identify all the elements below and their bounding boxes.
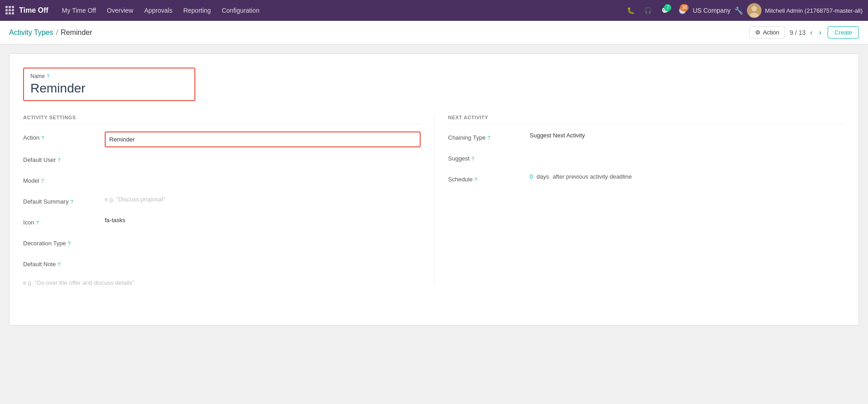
schedule-number[interactable]: 0 [530,173,533,180]
user-avatar[interactable] [747,3,761,18]
activity-settings-section: ACTIVITY SETTINGS Action ? Reminder Defa… [23,115,434,286]
model-row: Model ? [23,175,421,189]
action-field[interactable]: Reminder [105,131,421,147]
avatar-image [747,3,761,18]
name-value[interactable]: Reminder [30,81,188,96]
chaining-type-row: Chaining Type ? Suggest Next Activity [448,131,845,146]
default-summary-placeholder: e.g. "Discuss proposal" [105,194,165,204]
default-user-help-icon[interactable]: ? [58,157,60,163]
default-summary-label: Default Summary ? [23,195,105,205]
chaining-type-help-icon[interactable]: ? [487,135,490,141]
nav-links: My Time Off Overview Approvals Reporting… [58,5,624,16]
decoration-type-help-icon[interactable]: ? [68,241,70,246]
prev-page-button[interactable]: ‹ [808,28,814,38]
next-activity-title: NEXT ACTIVITY [448,115,845,124]
headset-icon-button[interactable]: 🎧 [641,4,655,17]
breadcrumb-bar: Activity Types / Reminder ⚙ Action 9 / 1… [0,21,868,44]
model-help-icon[interactable]: ? [41,178,44,184]
chaining-type-label: Chaining Type ? [448,131,530,141]
default-user-row: Default User ? [23,154,421,168]
pagination-count: 9 / 13 [790,29,805,36]
icon-label: Icon ? [23,216,105,226]
clock-badge: 38 [680,4,689,11]
decoration-type-label: Decoration Type ? [23,237,105,247]
next-activity-section: NEXT ACTIVITY Chaining Type ? Suggest Ne… [434,115,845,286]
default-note-placeholder: e.g. "Go over the offer and discuss deta… [23,277,134,289]
default-summary-help-icon[interactable]: ? [70,199,73,204]
svg-point-1 [752,6,757,11]
gear-icon: ⚙ [755,29,761,36]
app-grid-icon[interactable] [5,6,15,15]
chaining-type-field[interactable]: Suggest Next Activity [530,131,845,139]
breadcrumb-actions: ⚙ Action 9 / 13 ‹ › Create [749,26,859,39]
form-columns: ACTIVITY SETTINGS Action ? Reminder Defa… [23,115,845,286]
icon-field[interactable]: fa-tasks [105,216,421,224]
breadcrumb-current: Reminder [61,29,92,37]
bug-icon: 🐛 [627,7,635,14]
suggest-help-icon[interactable]: ? [471,156,474,161]
breadcrumb: Activity Types / Reminder [9,29,92,37]
chat-badge: 7 [664,4,671,11]
icon-help-icon[interactable]: ? [36,220,39,225]
app-title[interactable]: Time Off [19,6,48,15]
action-label: Action ? [23,131,105,141]
create-button[interactable]: Create [828,26,859,39]
default-user-label: Default User ? [23,154,105,163]
action-help-icon[interactable]: ? [41,135,44,141]
default-note-row: Default Note ? [23,258,421,273]
name-help-icon[interactable]: ? [47,73,49,79]
nav-reporting[interactable]: Reporting [179,5,215,16]
schedule-unit: days [537,173,549,180]
schedule-suffix: after previous activity deadline [553,173,632,180]
username-label[interactable]: Mitchell Admin (21768757-master-all) [765,7,863,14]
default-summary-field[interactable]: e.g. "Discuss proposal" [105,195,421,203]
name-label: Name ? [30,73,188,79]
breadcrumb-separator: / [56,29,58,37]
top-navigation: Time Off My Time Off Overview Approvals … [0,0,868,21]
nav-approvals[interactable]: Approvals [140,5,177,16]
default-note-placeholder-row: e.g. "Go over the offer and discuss deta… [23,279,421,286]
schedule-field: 0 days after previous activity deadline [530,173,845,180]
schedule-label: Schedule ? [448,173,530,183]
suggest-label: Suggest ? [448,152,530,162]
action-value: Reminder [109,134,135,145]
nav-overview[interactable]: Overview [102,5,138,16]
headset-icon: 🎧 [644,7,652,14]
schedule-help-icon[interactable]: ? [475,177,477,182]
breadcrumb-parent[interactable]: Activity Types [9,29,53,37]
action-button[interactable]: ⚙ Action [749,26,785,39]
topnav-right: 🐛 🎧 💬 7 🕐 38 US Company 🔧 Mitchell Admin… [624,3,863,18]
decoration-type-row: Decoration Type ? [23,237,421,252]
next-page-button[interactable]: › [817,28,823,38]
clock-icon-button[interactable]: 🕐 38 [675,4,689,17]
company-selector[interactable]: US Company [693,7,730,14]
icon-value: fa-tasks [105,215,126,225]
nav-my-time-off[interactable]: My Time Off [58,5,101,16]
schedule-row: Schedule ? 0 days after previous activit… [448,173,845,188]
default-note-label: Default Note ? [23,258,105,268]
chat-icon-button[interactable]: 💬 7 [658,4,672,17]
activity-settings-title: ACTIVITY SETTINGS [23,115,421,124]
main-content: Name ? Reminder ACTIVITY SETTINGS Action… [0,44,868,335]
action-button-label: Action [763,29,779,36]
chaining-type-value: Suggest Next Activity [530,129,585,141]
default-note-help-icon[interactable]: ? [58,262,60,267]
model-label: Model ? [23,175,105,184]
icon-row: Icon ? fa-tasks [23,216,421,231]
form-card: Name ? Reminder ACTIVITY SETTINGS Action… [9,54,859,326]
nav-configuration[interactable]: Configuration [217,5,264,16]
bug-icon-button[interactable]: 🐛 [624,4,637,17]
pagination: 9 / 13 ‹ › [790,28,823,38]
name-field-wrapper: Name ? Reminder [23,68,195,101]
action-row: Action ? Reminder [23,131,421,147]
settings-icon[interactable]: 🔧 [734,6,743,15]
suggest-row: Suggest ? [448,152,845,167]
default-summary-row: Default Summary ? e.g. "Discuss proposal… [23,195,421,210]
